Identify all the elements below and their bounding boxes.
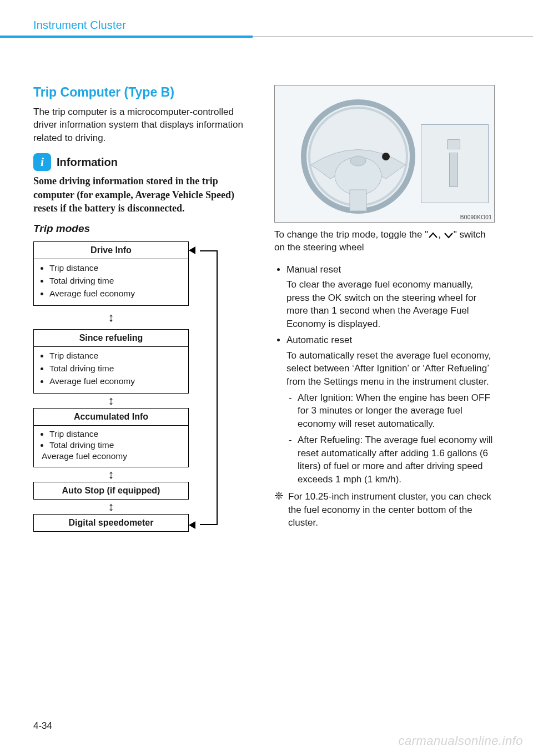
figure-code: B0090KO01	[460, 214, 492, 220]
list-item-manual-reset: Manual reset To clear the average fuel e…	[286, 263, 496, 330]
sub-item-after-ignition: After Ignition: When the engine has been…	[289, 391, 496, 430]
page-number: 4-34	[33, 720, 52, 732]
reset-bullet-list: Manual reset To clear the average fuel e…	[274, 263, 496, 486]
bullet-label: Manual reset	[286, 263, 496, 276]
dash-panel-illustration	[421, 124, 489, 203]
bullet-body: To clear the average fuel economy manual…	[286, 279, 476, 329]
chevron-down-icon	[444, 232, 454, 239]
info-icon: i	[33, 153, 51, 171]
list-item: Total driving time	[49, 275, 185, 288]
flow-box-auto-stop: Auto Stop (if equipped)	[33, 482, 189, 500]
list-item: Trip distance	[49, 263, 185, 275]
intro-paragraph: The trip computer is a microcomputer-con…	[33, 105, 255, 144]
updown-arrow-icon: ↕	[33, 306, 189, 329]
updown-arrow-icon: ↕	[33, 500, 189, 514]
footnote-text: For 10.25-inch instrument cluster, you c…	[288, 490, 496, 529]
flow-box-accumulated-info: Accumulated Info Trip distance Total dri…	[33, 408, 189, 467]
flow-title: Auto Stop (if equipped)	[34, 482, 188, 499]
toggle-instruction: To change the trip mode, toggle the ", "…	[274, 228, 496, 254]
flow-title: Drive Info	[34, 242, 188, 259]
sub-item-after-refueling: After Refueling: The average fuel econom…	[289, 434, 496, 486]
list-item: Trip distance	[49, 350, 185, 363]
list-item: Average fuel economy	[49, 288, 185, 301]
chevron-up-icon	[428, 232, 438, 239]
section-title: Trip Computer (Type B)	[33, 85, 255, 100]
footnote: ❈ For 10.25-inch instrument cluster, you…	[274, 490, 496, 529]
svg-point-3	[350, 156, 366, 166]
right-column: B0090KO01 To change the trip mode, toggl…	[274, 85, 496, 532]
left-column: Trip Computer (Type B) The trip computer…	[33, 85, 255, 532]
list-item-automatic-reset: Automatic reset To automatically reset t…	[286, 334, 496, 486]
asterisk-icon: ❈	[274, 490, 284, 529]
flow-box-digital-speedometer: Digital speedometer	[33, 514, 189, 532]
bullet-label: Automatic reset	[286, 334, 496, 346]
updown-arrow-icon: ↕	[33, 467, 189, 482]
info-body: Some driving information stored in the t…	[33, 174, 255, 215]
header-rule	[0, 36, 533, 38]
flow-title: Digital speedometer	[34, 515, 188, 531]
flow-title: Since refueling	[34, 330, 188, 347]
running-header: Instrument Cluster	[33, 19, 500, 32]
list-item: Average fuel economy	[42, 451, 185, 462]
flow-box-since-refueling: Since refueling Trip distance Total driv…	[33, 329, 189, 394]
steering-wheel-figure: B0090KO01	[274, 85, 495, 223]
bullet-body: To automatically reset the average fuel …	[286, 350, 491, 387]
flow-title: Accumulated Info	[34, 409, 188, 426]
trip-modes-flow: Drive Info Trip distance Total driving t…	[33, 241, 222, 532]
trip-modes-heading: Trip modes	[33, 223, 255, 235]
updown-arrow-icon: ↕	[33, 394, 189, 408]
flow-box-drive-info: Drive Info Trip distance Total driving t…	[33, 241, 189, 306]
info-heading: Information	[57, 156, 118, 169]
list-item: Trip distance	[49, 429, 185, 440]
list-item: Total driving time	[49, 363, 185, 376]
list-item: Total driving time	[49, 440, 185, 451]
list-item: Average fuel economy	[49, 376, 185, 389]
svg-point-4	[382, 153, 390, 160]
watermark: carmanualsonline.info	[398, 734, 523, 748]
svg-rect-5	[350, 190, 366, 211]
steering-wheel-icon	[297, 95, 419, 218]
